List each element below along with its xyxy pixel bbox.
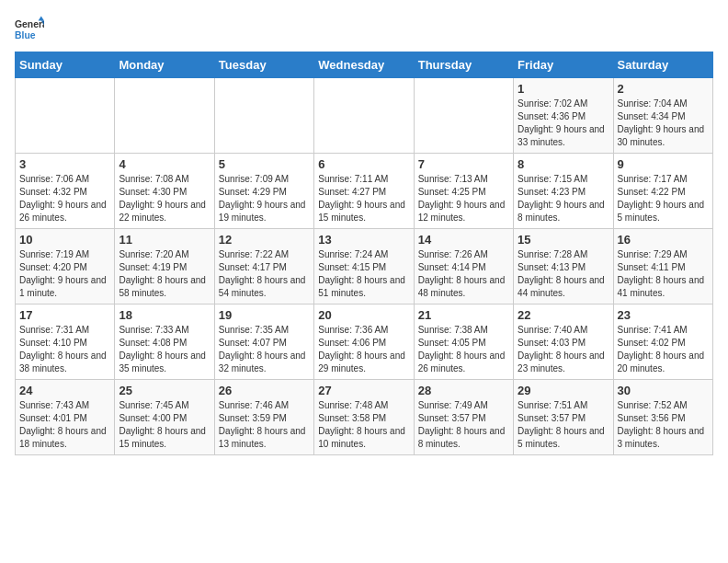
calendar-cell: 2Sunrise: 7:04 AM Sunset: 4:34 PM Daylig… xyxy=(613,78,712,154)
calendar-cell: 17Sunrise: 7:31 AM Sunset: 4:10 PM Dayli… xyxy=(16,304,115,380)
calendar-cell: 13Sunrise: 7:24 AM Sunset: 4:15 PM Dayli… xyxy=(314,229,414,304)
calendar-cell: 26Sunrise: 7:46 AM Sunset: 3:59 PM Dayli… xyxy=(214,380,313,455)
calendar-cell: 24Sunrise: 7:43 AM Sunset: 4:01 PM Dayli… xyxy=(16,380,115,455)
day-number: 24 xyxy=(19,384,110,397)
calendar-cell: 8Sunrise: 7:15 AM Sunset: 4:23 PM Daylig… xyxy=(514,154,613,229)
day-number: 27 xyxy=(318,384,409,397)
day-number: 6 xyxy=(318,157,409,171)
day-info: Sunrise: 7:19 AM Sunset: 4:20 PM Dayligh… xyxy=(19,248,110,300)
day-info: Sunrise: 7:52 AM Sunset: 3:56 PM Dayligh… xyxy=(618,399,709,451)
day-info: Sunrise: 7:08 AM Sunset: 4:30 PM Dayligh… xyxy=(119,173,210,224)
day-info: Sunrise: 7:51 AM Sunset: 3:57 PM Dayligh… xyxy=(518,399,609,451)
day-number: 2 xyxy=(618,82,709,96)
svg-text:General: General xyxy=(15,19,44,29)
day-number: 25 xyxy=(119,384,210,397)
day-info: Sunrise: 7:22 AM Sunset: 4:17 PM Dayligh… xyxy=(219,248,310,300)
day-info: Sunrise: 7:04 AM Sunset: 4:34 PM Dayligh… xyxy=(618,98,709,149)
calendar-week-4: 17Sunrise: 7:31 AM Sunset: 4:10 PM Dayli… xyxy=(16,304,713,380)
day-number: 20 xyxy=(318,308,409,322)
svg-marker-2 xyxy=(39,17,44,21)
calendar-week-1: 1Sunrise: 7:02 AM Sunset: 4:36 PM Daylig… xyxy=(16,78,713,154)
day-info: Sunrise: 7:33 AM Sunset: 4:08 PM Dayligh… xyxy=(119,324,210,375)
calendar-cell: 23Sunrise: 7:41 AM Sunset: 4:02 PM Dayli… xyxy=(613,304,712,380)
calendar-cell: 30Sunrise: 7:52 AM Sunset: 3:56 PM Dayli… xyxy=(613,380,712,455)
calendar-cell: 28Sunrise: 7:49 AM Sunset: 3:57 PM Dayli… xyxy=(414,380,513,455)
header-friday: Friday xyxy=(514,52,613,78)
day-info: Sunrise: 7:41 AM Sunset: 4:02 PM Dayligh… xyxy=(618,324,709,375)
day-info: Sunrise: 7:24 AM Sunset: 4:15 PM Dayligh… xyxy=(318,248,409,300)
day-info: Sunrise: 7:43 AM Sunset: 4:01 PM Dayligh… xyxy=(19,399,110,451)
day-number: 12 xyxy=(219,233,310,247)
calendar-cell: 21Sunrise: 7:38 AM Sunset: 4:05 PM Dayli… xyxy=(414,304,513,380)
day-number: 10 xyxy=(19,233,110,247)
day-number: 13 xyxy=(318,233,409,247)
day-number: 11 xyxy=(119,233,210,247)
calendar-cell: 18Sunrise: 7:33 AM Sunset: 4:08 PM Dayli… xyxy=(115,304,214,380)
day-info: Sunrise: 7:17 AM Sunset: 4:22 PM Dayligh… xyxy=(618,173,709,224)
day-number: 7 xyxy=(418,157,509,171)
day-number: 15 xyxy=(518,233,609,247)
calendar-cell xyxy=(16,78,115,154)
calendar-week-2: 3Sunrise: 7:06 AM Sunset: 4:32 PM Daylig… xyxy=(16,154,713,229)
day-info: Sunrise: 7:06 AM Sunset: 4:32 PM Dayligh… xyxy=(19,173,110,224)
header-wednesday: Wednesday xyxy=(314,52,414,78)
calendar-cell xyxy=(115,78,214,154)
day-number: 5 xyxy=(219,157,310,171)
header-sunday: Sunday xyxy=(16,52,115,78)
calendar-cell: 11Sunrise: 7:20 AM Sunset: 4:19 PM Dayli… xyxy=(115,229,214,304)
logo: General Blue xyxy=(15,15,44,44)
day-number: 1 xyxy=(518,82,609,96)
day-info: Sunrise: 7:20 AM Sunset: 4:19 PM Dayligh… xyxy=(119,248,210,300)
day-number: 3 xyxy=(19,157,110,171)
day-number: 30 xyxy=(618,384,709,397)
day-number: 14 xyxy=(418,233,509,247)
day-info: Sunrise: 7:40 AM Sunset: 4:03 PM Dayligh… xyxy=(518,324,609,375)
calendar-cell: 4Sunrise: 7:08 AM Sunset: 4:30 PM Daylig… xyxy=(115,154,214,229)
day-number: 18 xyxy=(119,308,210,322)
day-info: Sunrise: 7:31 AM Sunset: 4:10 PM Dayligh… xyxy=(19,324,110,375)
day-number: 21 xyxy=(418,308,509,322)
day-number: 28 xyxy=(418,384,509,397)
day-info: Sunrise: 7:15 AM Sunset: 4:23 PM Dayligh… xyxy=(518,173,609,224)
day-info: Sunrise: 7:02 AM Sunset: 4:36 PM Dayligh… xyxy=(518,98,609,149)
day-info: Sunrise: 7:13 AM Sunset: 4:25 PM Dayligh… xyxy=(418,173,509,224)
calendar-cell: 15Sunrise: 7:28 AM Sunset: 4:13 PM Dayli… xyxy=(514,229,613,304)
day-number: 23 xyxy=(618,308,709,322)
calendar-cell: 9Sunrise: 7:17 AM Sunset: 4:22 PM Daylig… xyxy=(613,154,712,229)
calendar-cell: 29Sunrise: 7:51 AM Sunset: 3:57 PM Dayli… xyxy=(514,380,613,455)
calendar-week-5: 24Sunrise: 7:43 AM Sunset: 4:01 PM Dayli… xyxy=(16,380,713,455)
day-info: Sunrise: 7:45 AM Sunset: 4:00 PM Dayligh… xyxy=(119,399,210,451)
day-info: Sunrise: 7:28 AM Sunset: 4:13 PM Dayligh… xyxy=(518,248,609,300)
header-monday: Monday xyxy=(115,52,214,78)
day-number: 8 xyxy=(518,157,609,171)
day-number: 4 xyxy=(119,157,210,171)
calendar-cell xyxy=(214,78,313,154)
day-number: 22 xyxy=(518,308,609,322)
calendar-header-row: SundayMondayTuesdayWednesdayThursdayFrid… xyxy=(16,52,713,78)
calendar-week-3: 10Sunrise: 7:19 AM Sunset: 4:20 PM Dayli… xyxy=(16,229,713,304)
day-info: Sunrise: 7:48 AM Sunset: 3:58 PM Dayligh… xyxy=(318,399,409,451)
header-tuesday: Tuesday xyxy=(214,52,313,78)
calendar-table: SundayMondayTuesdayWednesdayThursdayFrid… xyxy=(15,52,713,455)
logo-icon: General Blue xyxy=(15,15,44,44)
day-info: Sunrise: 7:26 AM Sunset: 4:14 PM Dayligh… xyxy=(418,248,509,300)
calendar-cell: 5Sunrise: 7:09 AM Sunset: 4:29 PM Daylig… xyxy=(214,154,313,229)
calendar-cell: 6Sunrise: 7:11 AM Sunset: 4:27 PM Daylig… xyxy=(314,154,414,229)
calendar-cell: 3Sunrise: 7:06 AM Sunset: 4:32 PM Daylig… xyxy=(16,154,115,229)
calendar-cell: 16Sunrise: 7:29 AM Sunset: 4:11 PM Dayli… xyxy=(613,229,712,304)
day-number: 29 xyxy=(518,384,609,397)
day-number: 16 xyxy=(618,233,709,247)
day-info: Sunrise: 7:35 AM Sunset: 4:07 PM Dayligh… xyxy=(219,324,310,375)
header-thursday: Thursday xyxy=(414,52,513,78)
day-info: Sunrise: 7:11 AM Sunset: 4:27 PM Dayligh… xyxy=(318,173,409,224)
day-info: Sunrise: 7:49 AM Sunset: 3:57 PM Dayligh… xyxy=(418,399,509,451)
calendar-cell: 1Sunrise: 7:02 AM Sunset: 4:36 PM Daylig… xyxy=(514,78,613,154)
calendar-cell: 25Sunrise: 7:45 AM Sunset: 4:00 PM Dayli… xyxy=(115,380,214,455)
svg-text:Blue: Blue xyxy=(15,30,36,40)
calendar-cell: 27Sunrise: 7:48 AM Sunset: 3:58 PM Dayli… xyxy=(314,380,414,455)
calendar-cell: 7Sunrise: 7:13 AM Sunset: 4:25 PM Daylig… xyxy=(414,154,513,229)
calendar-cell: 14Sunrise: 7:26 AM Sunset: 4:14 PM Dayli… xyxy=(414,229,513,304)
day-info: Sunrise: 7:46 AM Sunset: 3:59 PM Dayligh… xyxy=(219,399,310,451)
page-header: General Blue xyxy=(15,15,713,44)
day-info: Sunrise: 7:38 AM Sunset: 4:05 PM Dayligh… xyxy=(418,324,509,375)
